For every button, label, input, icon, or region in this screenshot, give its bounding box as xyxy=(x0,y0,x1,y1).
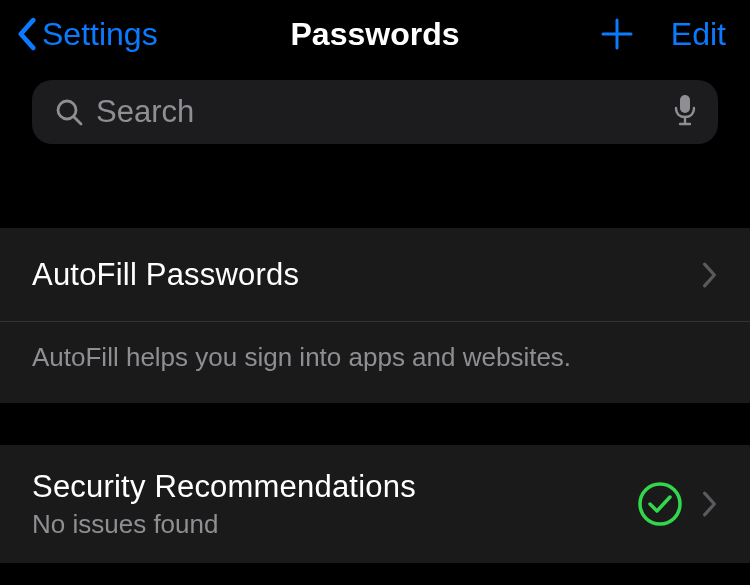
svg-line-1 xyxy=(74,117,81,124)
section-gap xyxy=(0,166,750,228)
search-input[interactable] xyxy=(96,94,662,130)
microphone-icon xyxy=(674,94,696,126)
nav-actions: Edit xyxy=(599,16,726,53)
autofill-title: AutoFill Passwords xyxy=(32,257,299,293)
chevron-left-icon xyxy=(16,17,38,51)
svg-point-5 xyxy=(640,484,680,524)
microphone-button[interactable] xyxy=(674,94,696,130)
page-title: Passwords xyxy=(291,16,460,53)
checkmark-circle-icon xyxy=(636,480,684,528)
search-field[interactable] xyxy=(32,80,718,144)
edit-button[interactable]: Edit xyxy=(671,16,726,53)
back-button[interactable]: Settings xyxy=(16,16,158,53)
security-subtitle: No issues found xyxy=(32,509,416,540)
chevron-right-icon xyxy=(702,491,718,517)
row-accessory xyxy=(636,480,718,528)
search-icon xyxy=(54,97,84,127)
plus-icon xyxy=(599,16,635,52)
row-accessory xyxy=(702,262,718,288)
security-title: Security Recommendations xyxy=(32,469,416,505)
add-button[interactable] xyxy=(599,16,635,52)
section-gap xyxy=(0,403,750,445)
chevron-right-icon xyxy=(702,262,718,288)
search-container xyxy=(0,66,750,166)
autofill-footer: AutoFill helps you sign into apps and we… xyxy=(0,322,750,403)
back-label: Settings xyxy=(42,16,158,53)
security-text: Security Recommendations No issues found xyxy=(32,469,416,540)
svg-rect-2 xyxy=(680,95,690,113)
autofill-passwords-row[interactable]: AutoFill Passwords xyxy=(0,228,750,322)
navigation-bar: Settings Passwords Edit xyxy=(0,0,750,66)
security-recommendations-row[interactable]: Security Recommendations No issues found xyxy=(0,445,750,563)
